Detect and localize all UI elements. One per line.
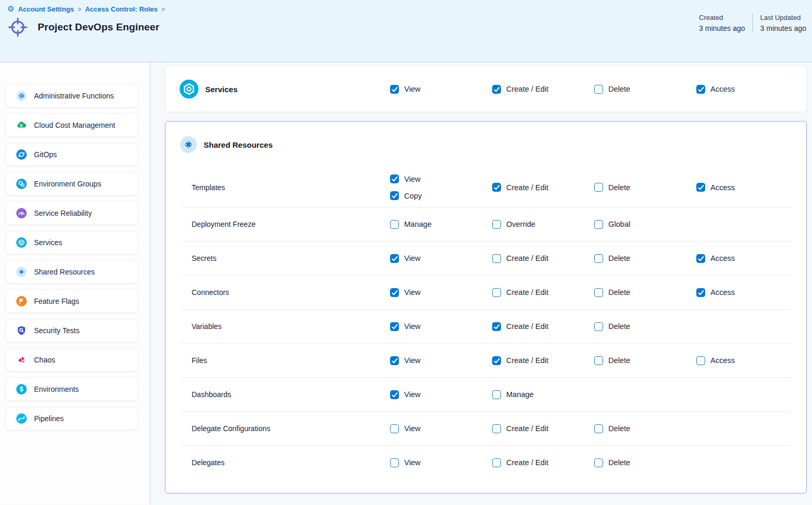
sidebar-item-services[interactable]: Services <box>5 231 138 254</box>
permission-column: ViewCopy <box>390 174 492 200</box>
permission-variables-view-checkbox[interactable]: View <box>390 322 492 331</box>
checkbox-unchecked-icon[interactable] <box>390 458 399 467</box>
checkbox-checked-icon[interactable] <box>390 390 399 399</box>
permission-row-secrets: SecretsViewCreate / EditDeleteAccess <box>181 241 791 275</box>
breadcrumb-account-settings[interactable]: Account Settings <box>18 5 74 13</box>
checkbox-checked-icon[interactable] <box>390 174 399 183</box>
permission-files-view-checkbox[interactable]: View <box>390 356 492 365</box>
last-updated-value: 3 minutes ago <box>760 24 806 32</box>
permission-templates-copy-checkbox[interactable]: Copy <box>390 191 492 200</box>
checkbox-unchecked-icon[interactable] <box>492 254 501 263</box>
permission-dashboards-manage-checkbox[interactable]: Manage <box>492 390 594 399</box>
permission-connectors-view-checkbox[interactable]: View <box>390 288 492 297</box>
checkbox-unchecked-icon[interactable] <box>390 220 399 229</box>
checkbox-checked-icon[interactable] <box>390 356 399 365</box>
checkbox-unchecked-icon[interactable] <box>594 254 603 263</box>
permission-secrets-view-checkbox[interactable]: View <box>390 254 492 263</box>
checkbox-checked-icon[interactable] <box>492 85 501 94</box>
sidebar-item-cloud-cost-management[interactable]: $Cloud Cost Management <box>5 114 138 137</box>
permission-files-access-checkbox[interactable]: Access <box>696 356 791 365</box>
sidebar-item-pipelines[interactable]: Pipelines <box>5 407 138 430</box>
checkbox-unchecked-icon[interactable] <box>594 288 603 297</box>
permission-connectors-delete-checkbox[interactable]: Delete <box>594 288 696 297</box>
permission-connectors-access-checkbox[interactable]: Access <box>696 288 791 297</box>
permission-delegate-configurations-delete-checkbox[interactable]: Delete <box>594 424 696 433</box>
resource-category-sidebar: Administrative Functions$Cloud Cost Mana… <box>0 62 150 504</box>
permission-column: Access <box>696 288 791 297</box>
permission-column: Create / Edit <box>492 183 594 192</box>
permission-connectors-create-edit-checkbox[interactable]: Create / Edit <box>492 288 594 297</box>
sidebar-item-environments[interactable]: $Environments <box>5 378 138 401</box>
checkbox-checked-icon[interactable] <box>696 85 705 94</box>
sidebar-item-feature-flags[interactable]: Feature Flags <box>5 290 138 313</box>
permission-templates-view-checkbox[interactable]: View <box>390 174 492 183</box>
checkbox-unchecked-icon[interactable] <box>492 220 501 229</box>
checkbox-unchecked-icon[interactable] <box>492 390 501 399</box>
permission-label: View <box>404 424 420 433</box>
permission-services-delete-checkbox[interactable]: Delete <box>594 85 696 94</box>
permission-delegates-create-edit-checkbox[interactable]: Create / Edit <box>492 458 594 467</box>
permission-dashboards-view-checkbox[interactable]: View <box>390 390 492 399</box>
permission-files-delete-checkbox[interactable]: Delete <box>594 356 696 365</box>
checkbox-checked-icon[interactable] <box>390 191 399 200</box>
checkbox-unchecked-icon[interactable] <box>390 424 399 433</box>
checkbox-unchecked-icon[interactable] <box>594 424 603 433</box>
checkbox-unchecked-icon[interactable] <box>594 458 603 467</box>
permission-delegates-delete-checkbox[interactable]: Delete <box>594 458 696 467</box>
checkbox-unchecked-icon[interactable] <box>594 356 603 365</box>
checkbox-checked-icon[interactable] <box>696 183 705 192</box>
permission-label: Delete <box>608 424 630 433</box>
checkbox-unchecked-icon[interactable] <box>492 458 501 467</box>
permission-templates-access-checkbox[interactable]: Access <box>696 183 791 192</box>
resource-row-label: Deployment Freeze <box>181 220 390 228</box>
sidebar-item-chaos[interactable]: Chaos <box>5 348 138 371</box>
breadcrumb-access-control-roles[interactable]: Access Control: Roles <box>85 5 158 13</box>
sidebar-item-gitops[interactable]: GitOps <box>5 143 138 166</box>
sidebar-item-service-reliability[interactable]: Service Reliability <box>5 202 138 225</box>
services-main-icon <box>180 80 198 98</box>
sidebar-item-security-tests[interactable]: Security Tests <box>5 319 138 342</box>
permission-delegates-view-checkbox[interactable]: View <box>390 458 492 467</box>
checkbox-checked-icon[interactable] <box>492 356 501 365</box>
checkbox-checked-icon[interactable] <box>492 322 501 331</box>
permission-secrets-delete-checkbox[interactable]: Delete <box>594 254 696 263</box>
sidebar-item-administrative-functions[interactable]: Administrative Functions <box>5 84 138 107</box>
breadcrumb: ⚙ Account Settings > Access Control: Rol… <box>5 5 802 13</box>
permission-deployment-freeze-manage-checkbox[interactable]: Manage <box>390 220 492 229</box>
checkbox-checked-icon[interactable] <box>390 85 399 94</box>
sidebar-item-label: Pipelines <box>34 414 64 423</box>
permission-templates-create-edit-checkbox[interactable]: Create / Edit <box>492 183 594 192</box>
permission-label: Delete <box>608 356 630 365</box>
checkbox-checked-icon[interactable] <box>390 288 399 297</box>
checkbox-unchecked-icon[interactable] <box>492 288 501 297</box>
admin-functions-icon <box>16 91 27 101</box>
permission-templates-delete-checkbox[interactable]: Delete <box>594 183 696 192</box>
sidebar-item-shared-resources[interactable]: Shared Resources <box>5 260 138 283</box>
checkbox-checked-icon[interactable] <box>390 254 399 263</box>
permission-services-create-edit-checkbox[interactable]: Create / Edit <box>492 85 594 94</box>
permission-delegate-configurations-create-edit-checkbox[interactable]: Create / Edit <box>492 424 594 433</box>
checkbox-checked-icon[interactable] <box>492 183 501 192</box>
checkbox-unchecked-icon[interactable] <box>594 183 603 192</box>
permission-deployment-freeze-override-checkbox[interactable]: Override <box>492 220 594 229</box>
permission-secrets-create-edit-checkbox[interactable]: Create / Edit <box>492 254 594 263</box>
permission-files-create-edit-checkbox[interactable]: Create / Edit <box>492 356 594 365</box>
checkbox-unchecked-icon[interactable] <box>492 424 501 433</box>
checkbox-unchecked-icon[interactable] <box>594 85 603 94</box>
permission-secrets-access-checkbox[interactable]: Access <box>696 254 791 263</box>
checkbox-unchecked-icon[interactable] <box>594 220 603 229</box>
shared-resources-icon <box>16 267 27 277</box>
checkbox-unchecked-icon[interactable] <box>696 356 705 365</box>
permission-variables-delete-checkbox[interactable]: Delete <box>594 322 696 331</box>
permission-delegate-configurations-view-checkbox[interactable]: View <box>390 424 492 433</box>
permission-services-access-checkbox[interactable]: Access <box>696 85 806 94</box>
checkbox-checked-icon[interactable] <box>696 254 705 263</box>
permission-variables-create-edit-checkbox[interactable]: Create / Edit <box>492 322 594 331</box>
checkbox-unchecked-icon[interactable] <box>594 322 603 331</box>
checkbox-checked-icon[interactable] <box>696 288 705 297</box>
permission-services-view-checkbox[interactable]: View <box>390 85 492 94</box>
permission-deployment-freeze-global-checkbox[interactable]: Global <box>594 220 696 229</box>
checkbox-checked-icon[interactable] <box>390 322 399 331</box>
permission-label: Access <box>710 288 735 297</box>
sidebar-item-environment-groups[interactable]: Environment Groups <box>5 172 138 195</box>
